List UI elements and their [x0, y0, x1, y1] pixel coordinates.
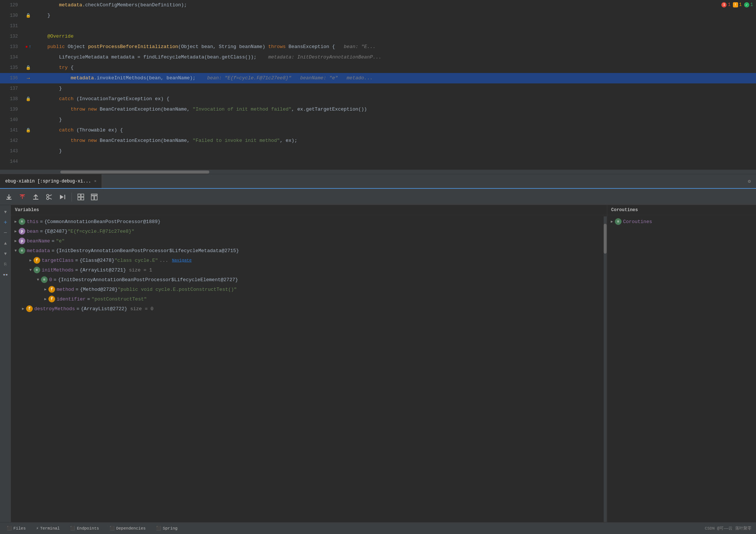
var-row-destroymethods[interactable]: ▶ f destroyMethods = {ArrayList@2722} si… [11, 304, 607, 314]
var-value-this: {CommonAnnotationBeanPostProcessor@1889} [44, 219, 161, 225]
var-row-this[interactable]: ▶ ≡ this = {CommonAnnotationBeanPostProc… [11, 217, 607, 226]
code-content-132: @Override [34, 31, 756, 42]
bottom-tab-dependencies[interactable]: ⬛ Dependencies [107, 525, 148, 531]
variables-list[interactable]: ▶ ≡ this = {CommonAnnotationBeanPostProc… [11, 215, 607, 522]
bottom-tab-endpoints[interactable]: ⬛ Endpoints [68, 525, 101, 531]
var-string-bean: "E{f=cycle.F@71c27ee8}" [67, 229, 134, 234]
code-line-130: 130 🔒 } [0, 10, 756, 21]
dependencies-icon: ⬛ [109, 526, 115, 531]
expand-icon-metadata[interactable]: ▼ [13, 248, 19, 254]
svg-rect-1 [20, 194, 25, 195]
debug-tab-close[interactable]: × [94, 179, 96, 184]
gutter-132 [22, 31, 34, 42]
var-size-initmethods: size = 1 [129, 267, 152, 273]
code-line-129: 129 metadata.checkConfigMembers(beanDefi… [0, 0, 756, 10]
view-toggle-button[interactable] [75, 191, 87, 203]
expand-icon-targetclass[interactable]: ▶ [28, 257, 34, 263]
debug-tab-main[interactable]: ebug-xiabin [:spring-debug-xi... × [0, 174, 102, 188]
bottom-tab-files[interactable]: ⬛ Files [4, 525, 28, 531]
step-into-button[interactable] [16, 191, 28, 203]
var-value-metadata: {InitDestroyAnnotationBeanPostProcessor$… [56, 248, 239, 254]
var-row-metadata[interactable]: ▼ ≡ metadata = {InitDestroyAnnotationBea… [11, 246, 607, 255]
svg-rect-15 [95, 196, 97, 200]
files-label: Files [13, 526, 26, 531]
var-row-identifier[interactable]: ▶ f identifier = "postConstructTest" [11, 294, 607, 304]
svg-rect-11 [78, 197, 80, 200]
sidebar-copy-icon[interactable]: ⎘ [1, 260, 10, 268]
var-value-destroymethods: {ArrayList@2722} [81, 306, 130, 312]
gutter-137 [22, 83, 34, 94]
var-name-destroymethods: destroyMethods [34, 306, 75, 312]
var-eq-method: = [76, 287, 79, 292]
line-num-141: 141 [0, 125, 22, 136]
grid-icon [77, 194, 84, 200]
line-num-133: 133 [0, 42, 22, 52]
sidebar-glasses-icon[interactable]: 👓 [1, 271, 10, 279]
sidebar-dropdown-icon[interactable]: ▼ [1, 208, 10, 216]
expand-icon-element-0[interactable]: ▼ [35, 277, 41, 283]
stop-button[interactable] [43, 191, 55, 203]
gutter-144 [22, 156, 34, 167]
code-line-136: 136 → metadata.invokeInitMethods(bean, b… [0, 73, 756, 83]
coroutines-item[interactable]: ▶ ≡ Coroutines [607, 217, 756, 226]
download-icon [6, 194, 12, 200]
var-eq-identifier: = [87, 296, 90, 302]
var-row-method[interactable]: ▶ f method = {Method@2728} "public void … [11, 285, 607, 294]
error-badge-red: 1 1 [721, 2, 730, 7]
navigate-link-targetclass[interactable]: Navigate [172, 258, 192, 263]
sidebar-up-icon[interactable]: ▲ [1, 239, 10, 248]
expand-icon-bean[interactable]: ▶ [13, 228, 19, 234]
variables-panel: Variables ▶ ≡ this = {CommonAnnotationBe… [11, 205, 607, 522]
var-row-element-0[interactable]: ▼ ≡ 0 = {InitDestroyAnnotationBeanPostPr… [11, 275, 607, 285]
line-num-132: 132 [0, 31, 22, 42]
var-row-initmethods[interactable]: ▼ ≡ initMethods = {ArrayList@2721} size … [11, 265, 607, 275]
variables-scrollbar-thumb[interactable] [604, 224, 607, 254]
debug-settings-button[interactable]: ⚙ [743, 174, 756, 188]
bottom-tab-terminal[interactable]: ⚡ Terminal [34, 525, 62, 531]
var-name-element-0: 0 [49, 277, 52, 283]
restore-layout-button[interactable] [88, 191, 100, 203]
spring-icon: ⬛ [156, 526, 161, 531]
code-content-142: throw new BeanCreationException(beanName… [34, 136, 756, 146]
coroutines-list[interactable]: ▶ ≡ Coroutines [607, 215, 756, 522]
var-type-icon-element-0: ≡ [41, 276, 48, 283]
code-line-141: 141 🔒 catch (Throwable ex) { [0, 125, 756, 136]
h-scrollbar-thumb[interactable] [60, 171, 209, 174]
sidebar-add-icon[interactable]: + [1, 219, 10, 227]
var-row-beanname[interactable]: ▶ p beanName = "e" [11, 236, 607, 246]
var-size-destroymethods: size = 0 [130, 306, 153, 312]
sidebar-minus-icon[interactable]: − [1, 229, 10, 237]
variables-scrollbar[interactable] [604, 216, 607, 522]
var-row-targetclass[interactable]: ▶ f targetClass = {Class@2478} "class cy… [11, 255, 607, 265]
line-num-143: 143 [0, 146, 22, 156]
bottom-tab-spring[interactable]: ⬛ Spring [154, 525, 180, 531]
var-name-method: method [57, 287, 74, 292]
expand-icon-method[interactable]: ▶ [42, 286, 48, 292]
step-out-button[interactable] [30, 191, 42, 203]
code-line-144: 144 [0, 156, 756, 167]
var-name-targetclass: targetClass [42, 258, 74, 263]
expand-icon-identifier[interactable]: ▶ [42, 296, 48, 302]
gutter-141: 🔒 [22, 125, 34, 136]
step-over-button[interactable] [3, 191, 15, 203]
horizontal-scrollbar[interactable] [0, 169, 756, 174]
run-to-cursor-button[interactable] [57, 191, 69, 203]
expand-icon-coroutines[interactable]: ▶ [609, 219, 615, 225]
debug-toolbar [0, 189, 756, 205]
gutter-136: → [22, 73, 34, 83]
expand-icon-destroymethods[interactable]: ▶ [20, 306, 26, 312]
sidebar-down-icon[interactable]: ▼ [1, 250, 10, 258]
debug-tabbar: ebug-xiabin [:spring-debug-xi... × ⚙ [0, 174, 756, 189]
var-row-bean[interactable]: ▶ p bean = {E@2487} "E{f=cycle.F@71c27ee… [11, 226, 607, 236]
expand-icon-beanname[interactable]: ▶ [13, 238, 19, 244]
gutter-140 [22, 115, 34, 125]
gutter-130: 🔒 [22, 10, 34, 21]
expand-icon-this[interactable]: ▶ [13, 219, 19, 225]
var-type-icon-metadata: ≡ [19, 247, 25, 254]
endpoints-label: Endpoints [77, 526, 99, 531]
var-type-icon-method: f [48, 286, 55, 293]
gutter-131 [22, 21, 34, 31]
line-num-137: 137 [0, 83, 22, 94]
expand-icon-initmethods[interactable]: ▼ [28, 267, 34, 273]
line-num-144: 144 [0, 156, 22, 167]
